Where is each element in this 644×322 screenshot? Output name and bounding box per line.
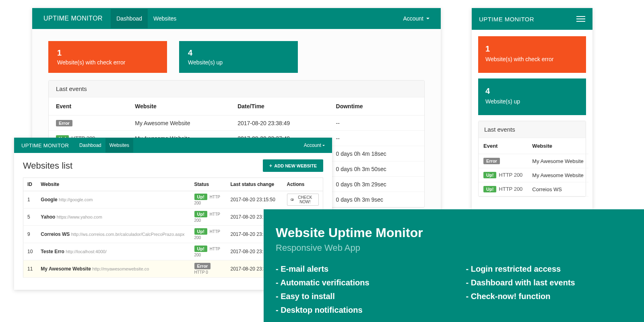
nav-websites[interactable]: Websites xyxy=(148,9,182,28)
up-badge: Up! xyxy=(194,211,207,217)
navbar-mobile: UPTIME MONITOR xyxy=(472,8,592,30)
caret-down-icon xyxy=(426,18,429,19)
events-title: Last events xyxy=(49,80,424,97)
up-badge: Up! xyxy=(194,228,207,235)
hamburger-icon[interactable] xyxy=(576,16,585,22)
error-badge: Error xyxy=(194,263,211,269)
brand: UPTIME MONITOR xyxy=(21,142,69,149)
stat-up-count: 4 xyxy=(188,48,289,58)
col-id: ID xyxy=(23,178,37,191)
stat-up-label: Website(s) up xyxy=(188,59,289,66)
promo-col1: - E-mail alerts- Automatic verifications… xyxy=(276,262,442,317)
account-dropdown[interactable]: Account xyxy=(304,142,325,148)
eye-icon xyxy=(291,198,294,201)
page-title: Websites list xyxy=(23,161,263,171)
nav-websites[interactable]: Websites xyxy=(105,138,133,153)
up-badge: Up! xyxy=(194,246,207,252)
col-event: Event xyxy=(49,97,128,116)
add-website-button[interactable]: +ADD NEW WEBSITE xyxy=(263,159,323,172)
up-badge: Up! xyxy=(483,186,496,192)
col-website: Website xyxy=(37,178,190,191)
event-row: Error xyxy=(49,116,128,131)
caret-down-icon xyxy=(322,145,325,146)
col-status: Status xyxy=(190,178,227,191)
up-badge: Up! xyxy=(483,172,496,178)
promo-overlay: Website Uptime Monitor Responsive Web Ap… xyxy=(264,209,644,322)
stat-error-card: 1 Website(s) with check error xyxy=(48,41,167,73)
navbar: UPTIME MONITOR Dashboad Websites Account xyxy=(32,8,441,29)
col-downtime: Downtime xyxy=(329,97,424,116)
plus-icon: + xyxy=(269,163,272,169)
brand: UPTIME MONITOR xyxy=(43,15,103,22)
stat-up-card: 4 Website(s) up xyxy=(478,78,586,115)
stat-error-count: 1 xyxy=(57,48,158,58)
stat-up-card: 4 Website(s) up xyxy=(179,41,298,73)
nav-dashboard[interactable]: Dashboad xyxy=(75,138,105,153)
up-badge: Up! xyxy=(194,194,207,200)
promo-col2: - Login restricted access- Dashboard wit… xyxy=(466,262,632,317)
stat-error-card: 1 Website(s) with check error xyxy=(478,36,586,73)
error-badge: Error xyxy=(56,120,72,126)
brand: UPTIME MONITOR xyxy=(479,16,534,23)
col-datetime: Date/Time xyxy=(230,97,328,116)
error-badge: Error xyxy=(483,158,500,164)
stat-error-label: Website(s) with check error xyxy=(57,59,158,66)
nav-dashboard[interactable]: Dashboad xyxy=(111,9,148,28)
navbar: UPTIME MONITOR Dashboad Websites Account xyxy=(14,138,332,153)
mobile-window: UPTIME MONITOR 1 Website(s) with check e… xyxy=(472,8,592,209)
promo-title: Website Uptime Monitor xyxy=(276,225,632,240)
promo-subtitle: Responsive Web App xyxy=(276,243,632,253)
col-actions: Actions xyxy=(283,178,323,191)
account-dropdown[interactable]: Account xyxy=(403,15,429,22)
check-now-button[interactable]: CHECK NOW! xyxy=(287,194,319,206)
col-website: Website xyxy=(128,97,230,116)
events-panel: Last events Event Website Error My Aweso… xyxy=(478,121,586,197)
col-lastchange: Last status change xyxy=(227,178,283,191)
